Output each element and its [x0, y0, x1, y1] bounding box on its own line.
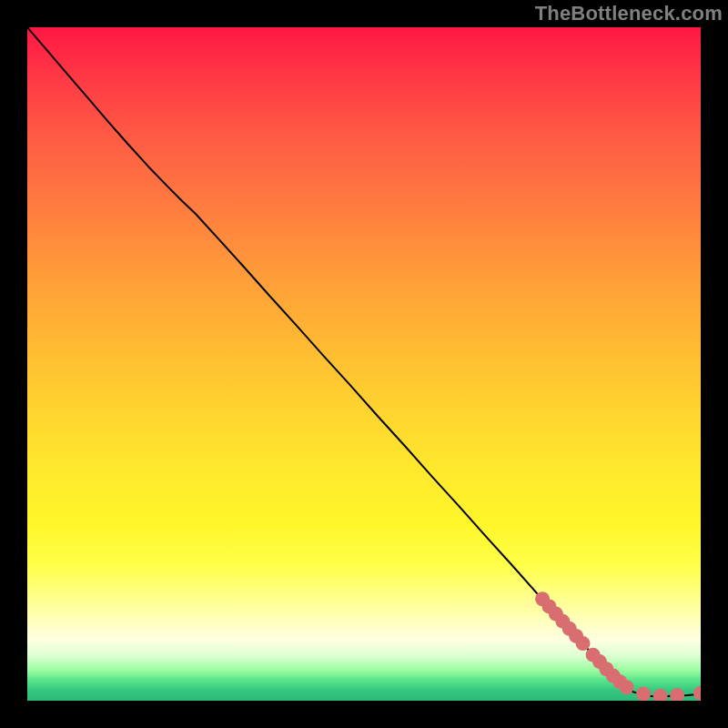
plot-area [27, 27, 701, 701]
watermark-text: TheBottleneck.com [535, 2, 723, 25]
data-point [653, 689, 668, 701]
chart-svg [27, 27, 701, 701]
curve-line [27, 27, 701, 697]
data-point [670, 688, 684, 701]
data-point [576, 636, 591, 651]
data-point [693, 686, 701, 701]
data-point [620, 680, 634, 694]
data-point [636, 687, 651, 701]
